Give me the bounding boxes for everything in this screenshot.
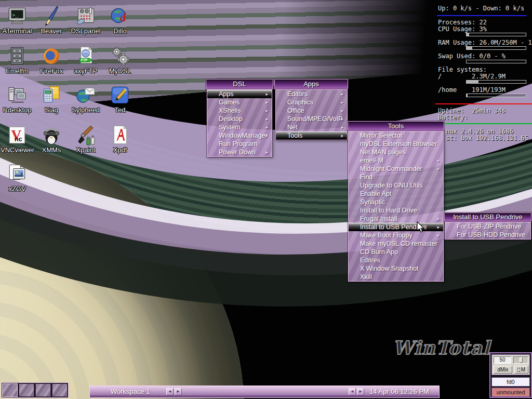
menu-item-emelfm[interactable]: emelFM▸ [349,156,443,165]
xpaint-icon [69,122,102,146]
menu-item-mirror-selector[interactable]: Mirror Selector [349,131,443,140]
menu-item-make-boot-floppy[interactable]: Make Boot Floppy▸ [349,231,443,240]
svg-text:d: d [120,11,126,24]
menu-item-install-to-hard-drive[interactable]: Install to Hard Drive [349,206,443,215]
menu-item-windowmanager[interactable]: WindowManager▸ [207,131,272,140]
submenu-arrow-icon: ▸ [265,123,268,131]
menu-item-install-to-usb-pendrive[interactable]: Install to USB Pendrive▸ [349,223,443,231]
clock-prev-button[interactable]: ◄ [349,388,356,395]
icon-siag[interactable]: Siag [35,82,68,119]
volume-field[interactable]: 50 [494,356,511,364]
icon-beaver[interactable]: Beaver [35,3,68,41]
icon-xmms[interactable]: XMMs [35,122,68,159]
submenu-arrow-icon: ▸ [265,98,268,107]
clock-next-button[interactable]: ► [357,388,364,395]
menu-item-graphics[interactable]: Graphics▸ [276,98,347,107]
menu-item-tools[interactable]: Tools▸ [276,131,347,140]
icon-emelfm[interactable]: Emelfm [1,43,34,81]
menu-item-frugal-install[interactable]: Frugal Install▸ [349,215,443,223]
menu-item-usb-hdd-pendrive[interactable]: For USB-HDD Pendrive [445,231,530,239]
host-text: st: box 192.168.131.65 [446,135,528,142]
menu-item-find[interactable]: Find [349,173,443,181]
menu-item-desktop[interactable]: Desktop▸ [207,115,272,123]
icon-label: DSLpanel [69,28,102,34]
menu-item-apps[interactable]: Apps▸ [207,90,272,98]
submenu-arrow-icon: ▸ [265,148,268,156]
wintotal-watermark: WinTotal [393,337,490,358]
menu-item-net-man-pages[interactable]: Net MAN pages [349,148,443,156]
menu-item-net[interactable]: Net▸ [276,123,347,131]
menu-item-system[interactable]: System▸ [207,123,272,131]
menu-item-midnight-commander[interactable]: Midnight Commander▸ [349,165,443,173]
icon-axyftp[interactable]: FTP axyFTP [69,43,102,81]
beaver-icon [35,3,68,27]
workspace-next-button[interactable]: ► [175,388,182,395]
xmms-icon [35,122,68,146]
menu-item-games[interactable]: Games▸ [207,98,272,107]
rdesktop-icon [1,82,34,106]
icon-aterminal[interactable]: >_ ATerminal [1,3,34,41]
menu-item-editors[interactable]: Editors▸ [276,90,347,98]
icon-vncviewer[interactable]: Vnc VNCviewer [1,122,34,159]
uptime-value: 25min 34s [472,108,506,114]
volume-slider-handle[interactable] [520,357,523,363]
fd0-mount-button[interactable]: fd0 [491,377,530,387]
icon-label: Sylpheed [69,107,102,113]
menu-item-make-mydsl-cd-remaster[interactable]: Make myDSL CD remaster [349,240,443,248]
dillo-icon: d [103,3,137,27]
fs-root-label: / [438,73,442,80]
icon-ted[interactable]: Ted [103,82,137,119]
icon-mydsl[interactable]: MyDSL [103,43,137,81]
icon-label: ATerminal [1,28,34,34]
xzgv-icon [1,161,34,185]
pager-workspace-3[interactable] [35,383,51,397]
submenu-arrow-icon: ▸ [341,107,343,115]
menu-item-office[interactable]: Office▸ [276,107,347,115]
menu-item-xshells[interactable]: XShells▸ [207,107,272,115]
aterminal-icon: >_ [1,3,34,27]
menu-item-x-window-snapshot[interactable]: X Window Snapshot [349,264,443,273]
axyftp-icon: FTP [69,43,102,67]
submenu-arrow-icon: ▸ [437,215,440,223]
xpdf-icon [103,122,137,146]
menu-item-usb-zip-pendrive[interactable]: For USB-ZIP Pendrive [445,222,530,231]
icon-rdesktop[interactable]: Rdesktop [1,82,34,119]
battery-label: Battery: [438,114,468,121]
mute-button[interactable]: M [514,366,528,374]
menu-item-editres[interactable]: Editres [349,256,443,264]
icon-dslpanel[interactable]: DSLpanel [69,3,102,41]
icon-sylpheed[interactable]: Sylpheed [69,82,102,119]
taskbar: Workspace 1 ◄ ► ◄ ► 14 Apr 06 12:26 PM [89,385,440,398]
icon-label: Beaver [35,28,68,34]
submenu-arrow-icon: ▸ [265,131,268,140]
volume-slider[interactable] [513,356,528,364]
icon-xpaint[interactable]: Xpaint [69,122,102,159]
icon-xpdf[interactable]: Xpdf [103,122,137,159]
pager-workspace-2[interactable] [19,383,34,397]
icon-label: Dillo [103,28,137,34]
dock-panel: 50 dMix M fd0 unmounted [489,352,532,398]
workspace-prev-button[interactable]: ◄ [166,388,174,395]
menu-item-sound-mpeg-voip[interactable]: Sound/MPEG/VoIP▸ [276,115,347,123]
siag-icon [35,82,68,106]
pager-workspace-4[interactable] [52,383,68,397]
menu-item-run-program[interactable]: Run Program [207,140,272,148]
pager-workspace-1[interactable] [2,383,18,397]
dmix-button[interactable]: dMix [494,366,512,374]
menu-item-upgrade-to-gnu-utils[interactable]: Upgrade to GNU Utils [349,181,443,190]
icon-dillo[interactable]: d Dillo [103,3,137,41]
menu-item-xkill[interactable]: Xkill [349,273,443,281]
icon-label: Ted [103,107,137,113]
menu-item-enable-apt[interactable]: Enable Apt [349,190,443,198]
menu-item-cd-burn-app[interactable]: CD Burn App [349,248,443,256]
menu-item-mydsl-extension-browser[interactable]: myDSL Extension Browser [349,140,443,148]
icon-xzgv[interactable]: xZGV [1,161,34,198]
mute-checkbox-icon [517,368,520,372]
menu-item-power-down[interactable]: Power Down▸ [207,148,272,156]
apps-menu: Editors▸ Graphics▸ Office▸ Sound/MPEG/Vo… [275,89,348,140]
mount-status-button[interactable]: unmounted [491,388,530,397]
submenu-arrow-icon: ▸ [437,156,440,165]
swap-used-bar [466,60,526,63]
menu-item-synaptic[interactable]: Synaptic [349,198,443,206]
icon-firefox[interactable]: FireFox [35,43,68,81]
